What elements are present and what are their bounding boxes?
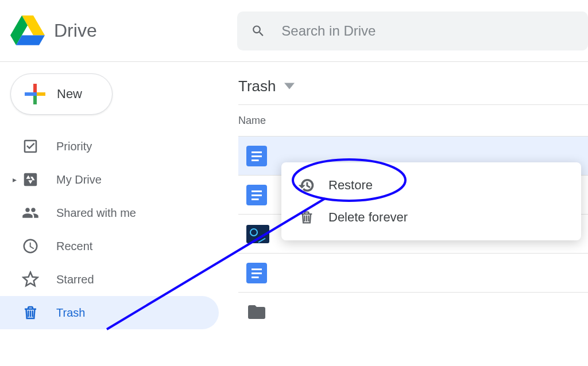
header: Drive <box>0 0 588 62</box>
file-row[interactable] <box>238 293 588 332</box>
sidebar-item-starred[interactable]: Starred <box>0 263 219 296</box>
menu-item-restore[interactable]: Restore <box>281 169 581 201</box>
svg-rect-1 <box>33 95 37 104</box>
svg-rect-4 <box>33 92 37 96</box>
svg-rect-0 <box>33 84 37 93</box>
drive-icon <box>22 171 51 188</box>
search-input[interactable] <box>281 23 574 39</box>
sidebar-item-recent[interactable]: Recent <box>0 229 219 263</box>
image-thumbnail-icon <box>246 225 269 243</box>
sidebar-item-label: My Drive <box>56 173 102 186</box>
docs-file-icon <box>246 263 267 283</box>
people-icon <box>22 204 51 221</box>
menu-item-label: Restore <box>328 178 373 193</box>
new-button[interactable]: New <box>10 73 113 115</box>
nav: Priority ▸ My Drive Shared with me <box>0 130 227 329</box>
page-title[interactable]: Trash <box>238 72 588 100</box>
sidebar-item-label: Starred <box>56 273 94 286</box>
star-icon <box>22 271 51 288</box>
svg-rect-2 <box>25 92 34 96</box>
search-icon <box>251 23 265 39</box>
sidebar-item-trash[interactable]: Trash <box>0 296 219 329</box>
column-header-name[interactable]: Name <box>238 104 588 137</box>
dropdown-caret-icon[interactable] <box>284 83 295 89</box>
history-icon <box>299 177 328 193</box>
priority-icon <box>22 138 51 155</box>
sidebar-item-shared[interactable]: Shared with me <box>0 196 219 229</box>
folder-icon <box>246 302 267 322</box>
menu-item-delete-forever[interactable]: Delete forever <box>281 201 581 233</box>
docs-file-icon <box>246 185 267 205</box>
file-row[interactable] <box>238 254 588 293</box>
plus-icon <box>24 83 47 106</box>
trash-icon <box>22 304 51 321</box>
sidebar-item-label: Trash <box>56 306 85 320</box>
sidebar-item-label: Priority <box>56 140 92 153</box>
sidebar-item-label: Recent <box>56 240 92 253</box>
clock-icon <box>22 237 51 255</box>
app-name: Drive <box>54 20 97 41</box>
sidebar: New Priority ▸ My Drive <box>0 62 227 366</box>
page-title-text: Trash <box>238 77 276 95</box>
menu-item-label: Delete forever <box>328 210 408 225</box>
context-menu: Restore Delete forever <box>281 162 581 240</box>
new-button-label: New <box>57 87 82 102</box>
docs-file-icon <box>246 146 267 166</box>
logo-wrap: Drive <box>10 15 237 47</box>
sidebar-item-label: Shared with me <box>56 207 136 220</box>
search-bar[interactable] <box>237 11 588 50</box>
svg-rect-3 <box>36 92 45 96</box>
trash-icon <box>299 209 328 225</box>
expand-caret-icon[interactable]: ▸ <box>13 175 22 184</box>
sidebar-item-my-drive[interactable]: ▸ My Drive <box>0 163 219 196</box>
sidebar-item-priority[interactable]: Priority <box>0 130 219 163</box>
drive-logo-icon <box>10 15 45 47</box>
